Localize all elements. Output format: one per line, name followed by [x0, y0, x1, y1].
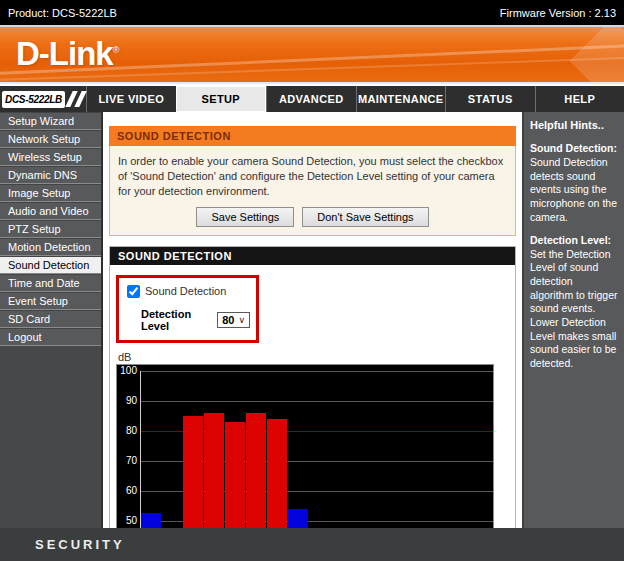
- tab-setup[interactable]: SETUP: [176, 86, 267, 112]
- sound-detection-checkbox[interactable]: [127, 285, 140, 298]
- dont-save-settings-button[interactable]: Don't Save Settings: [302, 207, 428, 227]
- top-status-bar: Product: DCS-5222LB Firmware Version : 2…: [0, 0, 624, 27]
- sidebar-item-motion-detection[interactable]: Motion Detection: [0, 238, 101, 256]
- brand-banner: D-Link®: [0, 27, 624, 84]
- footer-bar: SECURITY: [0, 528, 624, 561]
- sound-detection-checkbox-label: Sound Detection: [145, 285, 226, 297]
- sidebar-item-logout[interactable]: Logout: [0, 328, 101, 346]
- gridline: [140, 401, 493, 402]
- detection-level-label: Detection Level: [141, 308, 213, 332]
- hints-title: Helpful Hints..: [530, 118, 618, 132]
- sidebar-item-image-setup[interactable]: Image Setup: [0, 184, 101, 202]
- sidebar-item-setup-wizard[interactable]: Setup Wizard: [0, 112, 101, 130]
- dlink-logo: D-Link®: [16, 35, 118, 73]
- detection-level-value: 80: [222, 314, 234, 326]
- save-settings-button[interactable]: Save Settings: [196, 207, 294, 227]
- tab-maintenance[interactable]: MAINTENANCE: [356, 86, 446, 112]
- hint-sound-detection: Sound Detection: Sound Detection detects…: [530, 142, 618, 224]
- y-tick-label: 50: [117, 515, 137, 526]
- top-button-row: Save Settings Don't Save Settings: [118, 207, 507, 227]
- y-tick-label: 60: [117, 485, 137, 496]
- y-tick-label: 90: [117, 395, 137, 406]
- y-tick-label: 100: [117, 365, 137, 376]
- sidebar-item-time-and-date[interactable]: Time and Date: [0, 274, 101, 292]
- security-label: SECURITY: [35, 537, 125, 552]
- model-label: DCS-5222LB: [2, 91, 65, 108]
- sidebar-item-network-setup[interactable]: Network Setup: [0, 130, 101, 148]
- sidebar-item-event-setup[interactable]: Event Setup: [0, 292, 101, 310]
- y-tick-label: 70: [117, 455, 137, 466]
- sound-detection-checkbox-row: Sound Detection: [127, 285, 250, 298]
- banner-chevron-decoration: [570, 27, 624, 84]
- tab-live-video[interactable]: LIVE VIDEO: [86, 86, 176, 112]
- hint-detection-level: Detection Level: Set the Detection Level…: [530, 234, 618, 370]
- y-axis-unit-label: dB: [118, 351, 515, 363]
- tab-advanced[interactable]: ADVANCED: [266, 86, 356, 112]
- description-text: In order to enable your camera Sound Det…: [118, 155, 503, 197]
- registered-mark: ®: [113, 45, 119, 55]
- sidebar-item-audio-and-video[interactable]: Audio and Video: [0, 202, 101, 220]
- detection-level-select[interactable]: 80 ∨: [217, 312, 250, 328]
- model-badge: DCS-5222LB: [0, 86, 86, 112]
- sidebar-item-ptz-setup[interactable]: PTZ Setup: [0, 220, 101, 238]
- gridline: [140, 371, 493, 372]
- chevron-down-icon: ∨: [238, 315, 245, 325]
- tab-help[interactable]: HELP: [535, 86, 624, 112]
- helpful-hints-panel: Helpful Hints.. Sound Detection: Sound D…: [522, 112, 624, 528]
- detection-level-row: Detection Level 80 ∨: [141, 308, 250, 332]
- sidebar-item-sd-card[interactable]: SD Card: [0, 310, 101, 328]
- highlight-annotation-box: Sound Detection Detection Level 80 ∨: [116, 275, 259, 343]
- y-tick-label: 80: [117, 425, 137, 436]
- sidebar-item-sound-detection[interactable]: Sound Detection: [0, 256, 101, 274]
- sound-detection-settings-section: SOUND DETECTION Sound Detection Detectio…: [109, 246, 516, 561]
- tab-status[interactable]: STATUS: [445, 86, 535, 112]
- firmware-label: Firmware Version : 2.13: [500, 7, 616, 19]
- description-box: In order to enable your camera Sound Det…: [109, 146, 516, 236]
- main-content: SOUND DETECTION In order to enable your …: [103, 112, 522, 528]
- sidebar-item-wireless-setup[interactable]: Wireless Setup: [0, 148, 101, 166]
- product-label: Product: DCS-5222LB: [8, 7, 117, 19]
- section-header-sound-detection: SOUND DETECTION: [109, 126, 516, 146]
- main-nav-bar: DCS-5222LB LIVE VIDEO SETUP ADVANCED MAI…: [0, 86, 624, 112]
- settings-section-header: SOUND DETECTION: [110, 247, 515, 265]
- setup-sidebar: Setup Wizard Network Setup Wireless Setu…: [0, 112, 103, 528]
- sidebar-item-dynamic-dns[interactable]: Dynamic DNS: [0, 166, 101, 184]
